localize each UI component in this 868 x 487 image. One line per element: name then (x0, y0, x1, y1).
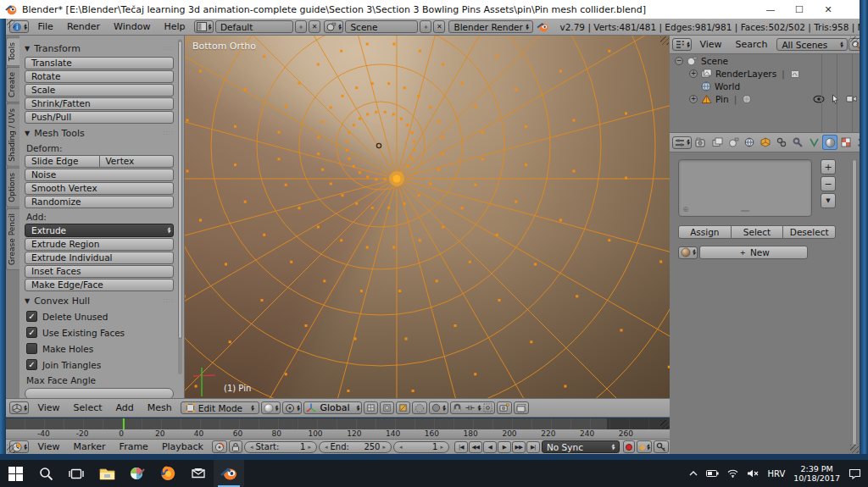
prev-keyframe-button[interactable]: ◀◀ (469, 441, 482, 453)
frame-end-field[interactable]: ◂End:250▸ (319, 441, 392, 453)
keying-set-dropdown[interactable]: ◆▲▼ (637, 440, 652, 453)
info-menu-help[interactable]: Help (157, 21, 192, 32)
taskbar-blender-icon[interactable] (214, 460, 244, 487)
taskbar-mail-icon[interactable] (183, 460, 214, 487)
material-slot-list[interactable]: ⊕ ══ (678, 159, 812, 217)
properties-tab-material[interactable] (822, 135, 837, 150)
layers-widget[interactable] (412, 401, 427, 414)
collapse-icon[interactable]: − (675, 57, 683, 65)
tray-chevron-icon[interactable] (689, 470, 698, 477)
taskbar-task-view-icon[interactable] (61, 460, 92, 487)
checkbox[interactable]: ✓ (26, 311, 37, 322)
auto-keyframe-button[interactable] (212, 440, 227, 453)
tool-button-vertex[interactable]: Vertex (100, 155, 175, 168)
timeline-frame-numbers[interactable]: -40-200204060801001201401601802002202402… (6, 429, 670, 439)
corner-grip[interactable] (660, 420, 669, 429)
shelf-tab-tools[interactable]: Tools (6, 37, 19, 66)
properties-tab-object[interactable] (758, 135, 773, 150)
material-specials-button[interactable]: ▼ (821, 193, 836, 208)
properties-tab-render-layers[interactable] (709, 135, 725, 150)
render-engine-dropdown[interactable]: Blender Render▲▼ (448, 20, 533, 33)
manipulator-scale-button[interactable] (396, 401, 410, 414)
remove-material-slot-button[interactable]: − (821, 176, 836, 191)
frame-start-field[interactable]: ◂Start:1▸ (244, 441, 317, 453)
manipulator-translate-button[interactable] (364, 401, 378, 414)
action-center-icon[interactable] (849, 468, 861, 479)
panel-header-mesh-tools[interactable]: ▼Mesh Tools∷∷ (19, 126, 179, 141)
corner-grip[interactable] (850, 445, 859, 453)
screen-layout-name-field[interactable]: Default (215, 20, 293, 33)
properties-tab-texture[interactable] (838, 135, 854, 150)
editor-type-3dview-button[interactable]: ▲▼ (9, 401, 29, 414)
material-browse-dropdown[interactable]: ▲▼ (678, 246, 698, 259)
minimize-button[interactable]: — (756, 0, 785, 19)
pivot-point-dropdown[interactable]: ▲▼ (282, 401, 302, 414)
outliner-item-label[interactable]: Pin (715, 94, 729, 104)
properties-scrollbar[interactable] (852, 159, 857, 447)
wifi-icon[interactable] (727, 469, 738, 478)
panel-header-convex-hull[interactable]: ▼Convex Hull∷∷ (19, 294, 179, 308)
outliner-menu-view[interactable]: View (693, 39, 728, 50)
tool-shelf-scrollbar[interactable] (178, 39, 182, 374)
timeline-menu-view[interactable]: View (31, 441, 66, 452)
corner-grip[interactable] (850, 36, 859, 45)
proportional-edit-dropdown[interactable]: ▲▼ (429, 401, 448, 414)
timeline-menu-marker[interactable]: Marker (67, 441, 113, 452)
next-keyframe-button[interactable]: ▶▶ (512, 441, 526, 453)
slot-list-grip[interactable]: ══ (741, 208, 749, 215)
maximize-button[interactable]: ☐ (785, 0, 814, 19)
jump-end-button[interactable]: ▶| (526, 441, 540, 453)
viewport-menu-mesh[interactable]: Mesh (141, 402, 179, 413)
record-button[interactable] (623, 440, 635, 453)
lock-button[interactable] (229, 440, 242, 453)
taskbar-search-icon[interactable] (31, 460, 61, 487)
scene-browse-button[interactable]: ▲▼ (324, 20, 343, 33)
outliner-menu-search[interactable]: Search (729, 39, 775, 50)
outliner-item-label[interactable]: RenderLayers (715, 69, 776, 79)
tool-button-extrude-region[interactable]: Extrude Region (25, 238, 174, 251)
shelf-tab-options[interactable]: Options (6, 168, 19, 208)
outliner-filter-dropdown[interactable]: All Scenes▲▼ (776, 38, 848, 51)
shelf-tab-create[interactable]: Create (6, 67, 19, 102)
select-button[interactable]: Select (732, 225, 783, 239)
remove-scene-button[interactable]: ✕ (433, 20, 445, 33)
viewport-3d[interactable]: Bottom Ortho (1) Pin (185, 36, 670, 398)
corner-grip[interactable] (7, 445, 15, 453)
timeline-scrub-area[interactable] (6, 418, 670, 429)
checkbox-row-use-existing-faces[interactable]: ✓Use Existing Faces (19, 324, 179, 340)
timeline-menu-playback[interactable]: Playback (155, 441, 210, 452)
expand-icon[interactable]: + (689, 69, 698, 78)
corner-grip[interactable] (7, 19, 15, 28)
volume-muted-icon[interactable] (747, 469, 759, 478)
tool-button-inset-faces[interactable]: Inset Faces (25, 265, 174, 278)
editor-type-properties-button[interactable]: ▲▼ (672, 136, 692, 149)
viewport-menu-add[interactable]: Add (109, 402, 141, 413)
checkbox[interactable]: ✓ (26, 359, 37, 370)
checkbox-row-delete-unused[interactable]: ✓Delete Unused (19, 308, 179, 324)
tool-button-noise[interactable]: Noise (25, 169, 174, 181)
mode-dropdown[interactable]: Edit Mode ▲▼ (181, 401, 259, 414)
timeline-menu-frame[interactable]: Frame (113, 441, 155, 452)
snap-group[interactable]: ▲▼ (450, 401, 495, 414)
tool-button-translate[interactable]: Translate (25, 57, 174, 69)
shelf-tab-grease-pencil[interactable]: Grease Pencil (6, 208, 19, 270)
viewport-shading-dropdown[interactable]: ▲▼ (261, 401, 281, 414)
outliner-item-label[interactable]: World (715, 81, 740, 91)
checkbox-row-make-holes[interactable]: Make Holes (19, 340, 179, 357)
taskbar-clock[interactable]: 2:39 PM10/18/2017 (793, 464, 840, 483)
viewport-menu-view[interactable]: View (31, 402, 66, 413)
add-layout-button[interactable]: ＋ (295, 20, 307, 33)
properties-tab-render[interactable] (693, 135, 709, 150)
extrude-dropdown[interactable]: Extrude▲▼ (25, 224, 174, 237)
info-menu-render[interactable]: Render (60, 21, 107, 32)
keyboard-layout-indicator[interactable]: HRV (767, 469, 785, 479)
timeline-playhead[interactable] (123, 418, 125, 429)
play-reverse-button[interactable]: ◀ (483, 441, 497, 453)
properties-tab-constraints[interactable] (774, 135, 789, 150)
transform-orientation-group[interactable]: Global ▲▼ (303, 401, 362, 414)
outliner-item-label[interactable]: Scene (701, 56, 728, 66)
add-scene-button[interactable]: ＋ (420, 20, 431, 33)
sync-mode-dropdown[interactable]: No Sync▲▼ (542, 440, 620, 453)
close-button[interactable]: ✕ (814, 0, 843, 19)
viewport-menu-select[interactable]: Select (67, 402, 109, 413)
